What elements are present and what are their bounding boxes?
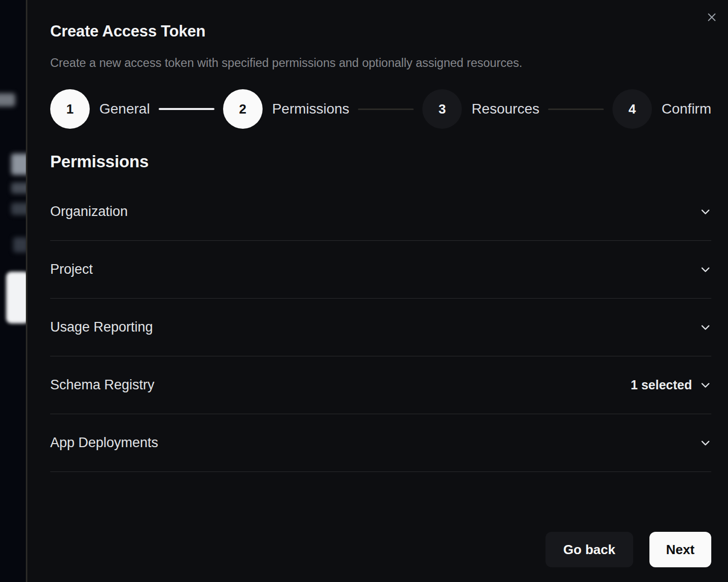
step-connector xyxy=(159,108,214,110)
backdrop-blurred-line xyxy=(11,183,27,194)
step-permissions[interactable]: 2 Permissions xyxy=(223,89,349,129)
chevron-down-icon xyxy=(700,321,711,333)
accordion-label: App Deployments xyxy=(50,435,158,451)
step-confirm[interactable]: 4 Confirm xyxy=(612,89,711,129)
close-icon xyxy=(706,12,717,23)
close-button[interactable] xyxy=(702,7,722,27)
step-number-badge: 3 xyxy=(422,89,462,129)
chevron-down-icon xyxy=(700,437,711,449)
accordion-row-usage-reporting[interactable]: Usage Reporting xyxy=(50,299,711,356)
create-access-token-dialog: Create Access Token Create a new access … xyxy=(27,0,728,582)
step-connector xyxy=(548,108,604,110)
accordion-row-organization[interactable]: Organization xyxy=(50,183,711,241)
chevron-down-icon xyxy=(700,379,711,391)
dialog-title: Create Access Token xyxy=(50,22,711,41)
accordion-label: Schema Registry xyxy=(50,377,155,393)
chevron-down-icon xyxy=(700,206,711,217)
accordion-row-project[interactable]: Project xyxy=(50,241,711,299)
wizard-stepper: 1 General 2 Permissions 3 Resources 4 Co… xyxy=(50,89,711,129)
backdrop-blurred-card xyxy=(6,272,27,323)
page-backdrop xyxy=(0,0,27,582)
step-label: General xyxy=(99,101,150,117)
dialog-subtitle: Create a new access token with specified… xyxy=(50,56,711,70)
accordion-label: Usage Reporting xyxy=(50,319,153,335)
accordion-row-app-deployments[interactable]: App Deployments xyxy=(50,414,711,472)
step-label: Resources xyxy=(471,101,539,117)
step-number-badge: 2 xyxy=(223,89,263,129)
backdrop-blurred-text xyxy=(0,93,15,106)
selected-count: 1 selected xyxy=(631,378,692,392)
backdrop-blurred-line xyxy=(11,203,27,215)
app-root: Create Access Token Create a new access … xyxy=(0,0,728,582)
step-number-badge: 1 xyxy=(50,89,90,129)
step-general[interactable]: 1 General xyxy=(50,89,150,129)
go-back-button[interactable]: Go back xyxy=(545,532,633,567)
backdrop-blurred-icon xyxy=(13,237,27,252)
accordion-label: Organization xyxy=(50,204,128,220)
step-label: Confirm xyxy=(662,101,711,117)
dialog-footer: Go back Next xyxy=(50,532,711,567)
step-resources[interactable]: 3 Resources xyxy=(422,89,539,129)
step-number-badge: 4 xyxy=(612,89,652,129)
chevron-down-icon xyxy=(700,264,711,275)
permissions-accordion: Organization Project Usage xyxy=(50,183,711,472)
permissions-heading: Permissions xyxy=(50,152,711,171)
step-label: Permissions xyxy=(272,101,349,117)
next-button[interactable]: Next xyxy=(649,532,711,567)
step-connector xyxy=(358,108,414,110)
backdrop-blurred-item xyxy=(11,154,27,175)
accordion-label: Project xyxy=(50,262,93,277)
accordion-row-schema-registry[interactable]: Schema Registry 1 selected xyxy=(50,356,711,414)
